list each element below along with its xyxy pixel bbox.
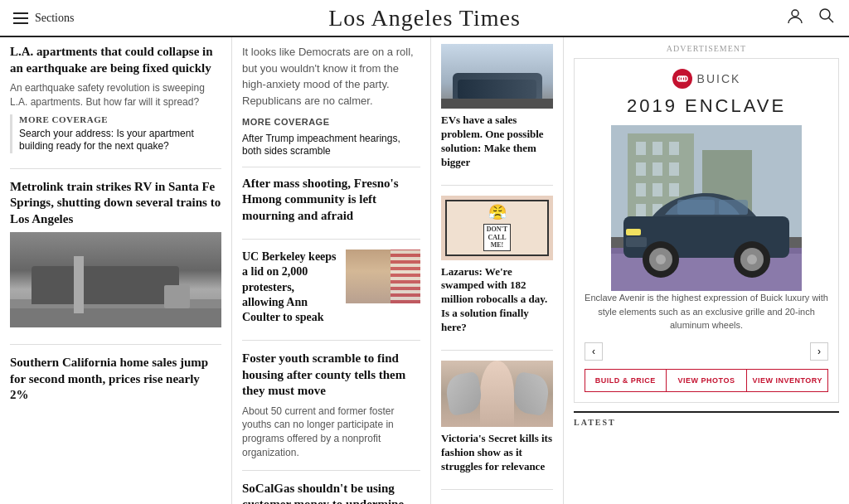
truncated-article: It looks like Democrats are on a roll, b… (242, 44, 420, 167)
article-summary: An earthquake safety revolution is sweep… (10, 81, 221, 109)
article-fresno: After mass shooting, Fresno's Hmong comm… (242, 176, 420, 240)
ad-cta-buttons: BUILD & PRICE VIEW PHOTOS VIEW INVENTORY (585, 369, 828, 392)
header-actions (786, 7, 836, 29)
article-image: 😤 DON'TCALLME! (441, 196, 553, 260)
article-summary: About 50 current and former foster youth… (242, 405, 420, 460)
buick-logo (672, 69, 692, 89)
svg-rect-24 (611, 254, 802, 291)
article-title[interactable]: EVs have a sales problem. One possible s… (441, 114, 553, 170)
svg-point-31 (747, 254, 757, 264)
site-logo[interactable]: Los Angeles Times (328, 5, 521, 32)
svg-rect-13 (636, 162, 646, 176)
article-title[interactable]: L.A. apartments that could collapse in a… (10, 44, 221, 76)
article-title[interactable]: Lazarus: We're swamped with 182 million … (441, 265, 553, 335)
column-1: L.A. apartments that could collapse in a… (0, 37, 232, 504)
svg-point-1 (820, 9, 830, 19)
article-image (346, 250, 420, 303)
more-coverage-link[interactable]: Search your address: Is your apartment b… (19, 128, 221, 153)
svg-rect-33 (626, 237, 647, 247)
svg-point-0 (792, 10, 798, 17)
svg-rect-10 (636, 142, 646, 155)
advertisement-label: ADVERTISEMENT (574, 44, 839, 53)
article-title[interactable]: Southern California home sales jump for … (10, 355, 221, 404)
svg-point-28 (656, 254, 666, 264)
site-header: Sections Los Angeles Times (0, 0, 849, 37)
view-photos-button[interactable]: VIEW PHOTOS (667, 369, 748, 392)
article-title[interactable]: Foster youth scramble to find housing af… (242, 351, 420, 400)
ad-brand: BUICK (585, 69, 828, 89)
article-berkeley: UC Berkeley keeps a lid on 2,000 protest… (242, 250, 420, 341)
svg-rect-35 (719, 200, 748, 215)
column-2: It looks like Democrats are on a roll, b… (232, 37, 431, 504)
svg-rect-17 (653, 183, 662, 196)
article-title[interactable]: After mass shooting, Fresno's Hmong comm… (242, 176, 420, 225)
hamburger-icon (13, 12, 28, 24)
ad-car-image (585, 125, 828, 291)
svg-rect-18 (669, 183, 679, 196)
main-content: L.A. apartments that could collapse in a… (0, 37, 849, 504)
article-home-sales: Southern California home sales jump for … (10, 355, 221, 419)
sections-label: Sections (35, 12, 74, 25)
article-foster-youth: Foster youth scramble to find housing af… (242, 351, 420, 471)
column-ad: ADVERTISEMENT BUICK 2019 ENCLAVE (564, 37, 849, 504)
ad-prev-button[interactable]: ‹ (585, 342, 603, 361)
view-inventory-button[interactable]: VIEW INVENTORY (747, 369, 828, 392)
article-earthquake: L.A. apartments that could collapse in a… (10, 44, 221, 169)
more-coverage-label: More Coverage (19, 114, 221, 124)
svg-line-2 (829, 18, 834, 23)
ad-model-name: 2019 ENCLAVE (585, 95, 828, 117)
more-coverage-link[interactable]: After Trump impeachment hearings, both s… (242, 133, 420, 158)
svg-rect-14 (653, 162, 662, 176)
truncated-text: It looks like Democrats are on a roll, b… (242, 44, 420, 109)
ad-nav: ‹ › (585, 342, 828, 361)
sections-menu[interactable]: Sections (13, 12, 74, 25)
latest-section-label: LATEST (574, 411, 839, 427)
article-ev: EVs have a sales problem. One possible s… (441, 44, 553, 186)
article-socalgas: SoCalGas shouldn't be using customer mon… (242, 481, 420, 504)
ad-brand-name: BUICK (697, 72, 741, 85)
article-image (441, 44, 553, 109)
svg-rect-16 (636, 183, 646, 196)
more-coverage-box: More Coverage After Trump impeachment he… (242, 115, 420, 158)
svg-rect-15 (669, 162, 679, 176)
svg-rect-19 (636, 204, 646, 217)
svg-rect-11 (653, 142, 662, 155)
article-title[interactable]: SoCalGas shouldn't be using customer mon… (242, 481, 420, 504)
article-robocalls: 😤 DON'TCALLME! Lazarus: We're swamped wi… (441, 196, 553, 351)
article-victorias-secret: Victoria's Secret kills its fashion show… (441, 361, 553, 490)
ad-description: Enclave Avenir is the highest expression… (585, 291, 828, 332)
ad-next-button[interactable]: › (810, 342, 828, 361)
article-title[interactable]: UC Berkeley keeps a lid on 2,000 protest… (242, 250, 339, 325)
more-coverage-label: More Coverage (242, 115, 420, 129)
build-price-button[interactable]: BUILD & PRICE (585, 369, 667, 392)
article-title[interactable]: Victoria's Secret kills its fashion show… (441, 432, 553, 474)
article-metrolink: Metrolink train strikes RV in Santa Fe S… (10, 179, 221, 346)
article-text: UC Berkeley keeps a lid on 2,000 protest… (242, 250, 339, 330)
svg-rect-32 (626, 229, 641, 235)
article-with-image: UC Berkeley keeps a lid on 2,000 protest… (242, 250, 420, 330)
more-coverage-box: More Coverage Search your address: Is yo… (10, 114, 221, 153)
ad-box: BUICK 2019 ENCLAVE (574, 58, 839, 403)
user-icon[interactable] (786, 7, 804, 29)
svg-rect-34 (677, 200, 715, 215)
article-image (10, 232, 221, 327)
article-image (441, 361, 553, 427)
search-icon[interactable] (817, 7, 836, 29)
svg-rect-12 (669, 142, 679, 155)
article-title[interactable]: Metrolink train strikes RV in Santa Fe S… (10, 179, 221, 228)
column-3: EVs have a sales problem. One possible s… (431, 37, 564, 504)
